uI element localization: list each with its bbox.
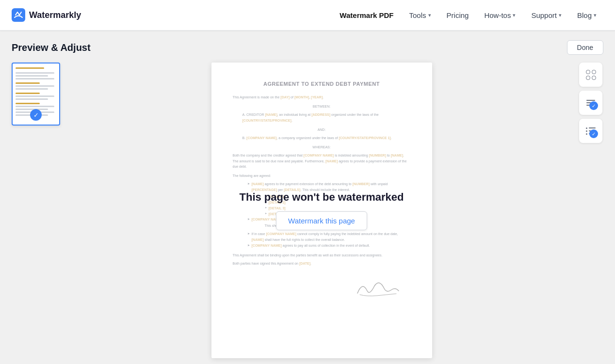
page-content: Preview & Adjust Done <box>0 31 615 364</box>
nav-pricing[interactable]: Pricing <box>440 8 476 22</box>
circle-dot-4 <box>592 76 596 80</box>
circle-dot-2 <box>592 70 596 74</box>
logo[interactable]: Watermarkly <box>12 8 81 22</box>
document-preview-wrapper: AGREEMENT TO EXTEND DEBT PAYMENT This Ag… <box>73 63 570 358</box>
page-title: Preview & Adjust <box>12 42 91 53</box>
tools-chevron-icon: ▾ <box>428 12 431 18</box>
overlay-message: This page won't be watermarked <box>240 191 404 204</box>
logo-icon <box>12 8 25 22</box>
text-tool-button[interactable]: ✓ <box>583 95 599 111</box>
page-header: Preview & Adjust Done <box>12 40 603 55</box>
circle-dot-1 <box>586 70 590 74</box>
support-chevron-icon: ▾ <box>559 12 562 18</box>
list-line-1 <box>589 127 596 128</box>
nav-watermark-pdf[interactable]: Watermark PDF <box>333 8 400 22</box>
circles-icon <box>586 70 596 80</box>
watermark-this-page-button[interactable]: Watermark this page <box>276 211 367 230</box>
page-overlay: This page won't be watermarked Watermark… <box>211 63 432 358</box>
thumbnail-panel: ✓ <box>12 63 65 126</box>
thumbnail-check-badge: ✓ <box>30 109 42 121</box>
main-nav: Watermark PDF Tools ▾ Pricing How-tos ▾ … <box>333 8 603 22</box>
right-sidebar: ✓ <box>578 63 603 143</box>
list-check-badge: ✓ <box>589 129 598 138</box>
svg-rect-0 <box>12 8 25 22</box>
thumb-line-8 <box>16 95 54 97</box>
thumb-title-line <box>16 67 44 69</box>
list-dot-1 <box>586 127 587 129</box>
line-bar-1 <box>586 100 595 101</box>
sidebar-panel-3: ✓ <box>579 119 602 143</box>
thumb-line-12 <box>16 109 48 110</box>
sidebar-panel-2: ✓ <box>579 91 602 115</box>
done-button[interactable]: Done <box>567 40 603 55</box>
logo-text: Watermarkly <box>29 10 81 20</box>
page-thumbnail[interactable]: ✓ <box>12 63 60 126</box>
how-tos-chevron-icon: ▾ <box>513 12 516 18</box>
circle-dot-3 <box>586 76 590 80</box>
list-dot-2 <box>586 130 587 132</box>
thumb-line-1 <box>16 72 54 74</box>
nav-tools[interactable]: Tools ▾ <box>403 8 438 22</box>
thumb-line-10 <box>16 103 40 104</box>
circles-tool-button[interactable] <box>583 66 599 83</box>
nav-how-tos[interactable]: How-tos ▾ <box>477 8 522 22</box>
main-area: ✓ AGREEMENT TO EXTEND DEBT PAYMENT This … <box>12 63 603 358</box>
thumb-line-3 <box>16 78 54 79</box>
tool-check-badge: ✓ <box>589 101 598 110</box>
document-preview: AGREEMENT TO EXTEND DEBT PAYMENT This Ag… <box>211 63 432 358</box>
thumb-line-6 <box>16 88 48 90</box>
sidebar-panel-1 <box>579 63 602 87</box>
thumb-line-11 <box>16 106 54 107</box>
list-dot-3 <box>586 133 587 135</box>
thumb-line-5 <box>16 85 54 87</box>
thumb-line-9 <box>16 98 48 100</box>
list-tool-button[interactable]: ✓ <box>583 123 599 139</box>
header: Watermarkly Watermark PDF Tools ▾ Pricin… <box>0 0 615 31</box>
blog-chevron-icon: ▾ <box>594 12 597 18</box>
thumb-line-2 <box>16 75 48 77</box>
nav-blog[interactable]: Blog ▾ <box>570 8 603 22</box>
thumb-line-4 <box>16 82 40 84</box>
nav-support[interactable]: Support ▾ <box>524 8 568 22</box>
thumb-line-7 <box>16 93 40 94</box>
